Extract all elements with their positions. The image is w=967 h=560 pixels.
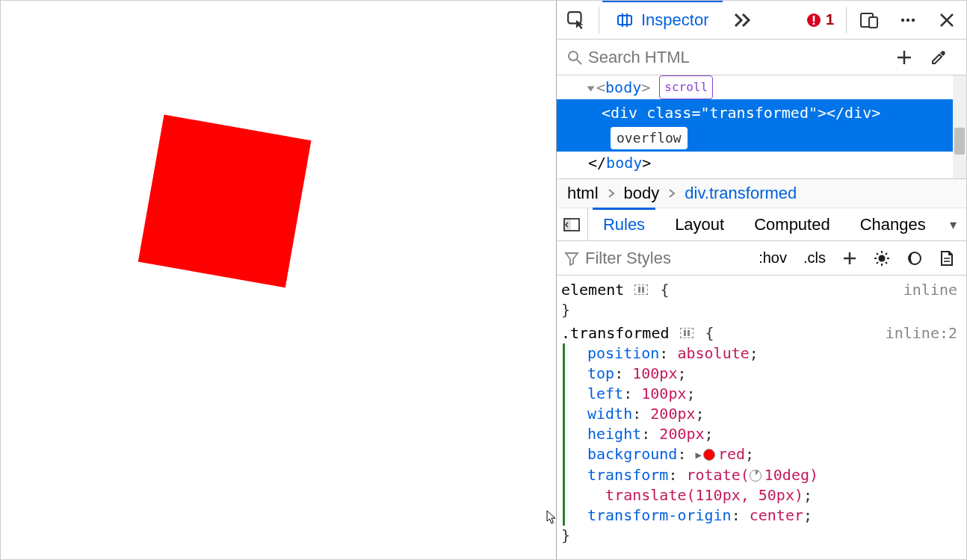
toggle-panel-icon xyxy=(563,218,580,231)
tab-rules[interactable]: Rules xyxy=(588,208,660,240)
rule-source[interactable]: inline:2 xyxy=(886,323,957,343)
add-rule-button[interactable] xyxy=(838,251,862,266)
error-count: 1 xyxy=(826,11,834,28)
add-node-button[interactable] xyxy=(896,49,926,66)
flex-highlight-icon[interactable] xyxy=(680,328,693,338)
devtools-panel: Inspector 1 Search HTML xyxy=(557,1,966,559)
rule-selector[interactable]: .transformed xyxy=(561,324,670,342)
filter-placeholder: Filter Styles xyxy=(585,249,671,268)
svg-rect-5 xyxy=(813,16,815,22)
svg-rect-8 xyxy=(869,17,877,28)
rule-close: } xyxy=(561,300,962,320)
sun-icon xyxy=(874,250,890,267)
separator xyxy=(599,7,599,34)
plus-icon xyxy=(896,49,912,66)
page-viewport xyxy=(1,1,557,559)
svg-line-13 xyxy=(577,60,581,64)
kebab-menu-button[interactable] xyxy=(889,1,927,39)
rules-pane[interactable]: inline element { } inline:2 .transformed… xyxy=(557,276,966,559)
markup-search-row: Search HTML xyxy=(557,40,966,75)
plus-icon xyxy=(842,251,857,266)
expand-shorthand-icon[interactable]: ▶ xyxy=(696,445,702,465)
breadcrumb-selected[interactable]: div.transformed xyxy=(685,184,797,203)
markup-selected-node[interactable]: <div class="transformed"></div> overflow xyxy=(557,99,966,152)
scroll-badge: scroll xyxy=(659,75,713,99)
toggle-sidebar-button[interactable] xyxy=(557,208,588,240)
breadcrumb: html body div.transformed xyxy=(557,178,966,208)
more-tools-button[interactable] xyxy=(723,1,761,39)
rule-transformed[interactable]: inline:2 .transformed { position: absolu… xyxy=(561,322,962,547)
chevron-right-icon xyxy=(668,188,676,199)
svg-line-22 xyxy=(886,262,887,264)
inspector-icon xyxy=(616,11,634,29)
inspector-tab[interactable]: Inspector xyxy=(602,1,723,39)
devices-icon xyxy=(859,11,879,29)
pick-element-button[interactable] xyxy=(557,1,596,39)
page-icon xyxy=(939,250,954,267)
decl-top[interactable]: top: 100px; xyxy=(587,364,962,384)
breadcrumb-body[interactable]: body xyxy=(624,184,660,203)
tabs-overflow-button[interactable]: ▾ xyxy=(941,217,966,233)
chevron-right-icon xyxy=(608,188,615,199)
tab-layout[interactable]: Layout xyxy=(660,208,739,240)
meatballs-icon xyxy=(899,11,917,29)
svg-line-23 xyxy=(886,253,887,255)
pick-element-icon xyxy=(566,10,586,30)
search-placeholder: Search HTML xyxy=(588,48,690,67)
eyedropper-icon xyxy=(930,49,947,66)
markup-style-node[interactable]: <style type="text/css"></style> xyxy=(557,174,966,178)
markup-scrollbar[interactable] xyxy=(953,75,966,178)
svg-point-12 xyxy=(569,52,578,60)
responsive-mode-button[interactable] xyxy=(850,1,889,39)
moon-icon xyxy=(906,250,923,267)
decl-position[interactable]: position: absolute; xyxy=(587,343,962,364)
markup-body-open[interactable]: <body> scroll xyxy=(557,75,966,99)
rule-element[interactable]: inline element { } xyxy=(561,279,962,322)
light-scheme-button[interactable] xyxy=(869,250,895,267)
breadcrumb-html[interactable]: html xyxy=(567,184,599,203)
overflow-badge: overflow xyxy=(611,127,688,149)
tab-changes[interactable]: Changes xyxy=(845,208,941,240)
tab-computed[interactable]: Computed xyxy=(739,208,845,240)
svg-rect-6 xyxy=(813,22,815,25)
cls-toggle[interactable]: .cls xyxy=(799,249,830,267)
demo-transformed-div xyxy=(138,114,312,287)
selected-node-html: <div class="transformed"></div> xyxy=(602,104,880,122)
scrollbar-thumb[interactable] xyxy=(954,128,965,155)
markup-tree[interactable]: <body> scroll <div class="transformed"><… xyxy=(557,75,966,178)
decl-height[interactable]: height: 200px; xyxy=(587,424,962,444)
rule-close: } xyxy=(561,526,962,546)
decl-transform-origin[interactable]: transform-origin: center; xyxy=(587,505,962,526)
svg-line-21 xyxy=(877,253,878,255)
decl-width[interactable]: width: 200px; xyxy=(587,404,962,424)
funnel-icon xyxy=(564,251,579,266)
filter-styles-input[interactable]: Filter Styles xyxy=(564,249,747,268)
inspector-tab-label: Inspector xyxy=(641,10,709,30)
rules-toolbar: Filter Styles :hov .cls xyxy=(557,241,966,276)
decl-transform[interactable]: transform: rotate(10deg) translate(110px… xyxy=(587,465,962,505)
error-icon xyxy=(806,13,821,28)
search-html-input[interactable]: Search HTML xyxy=(563,48,892,67)
print-sim-button[interactable] xyxy=(935,250,959,267)
decl-left[interactable]: left: 100px; xyxy=(587,384,962,404)
mouse-cursor-icon xyxy=(546,510,557,525)
svg-point-16 xyxy=(879,255,886,261)
decl-background[interactable]: background: ▶red; xyxy=(587,444,962,465)
flex-highlight-icon[interactable] xyxy=(634,284,648,295)
angle-swatch-icon[interactable] xyxy=(750,470,761,482)
hov-toggle[interactable]: :hov xyxy=(754,249,791,267)
svg-rect-1 xyxy=(618,16,631,25)
error-indicator[interactable]: 1 xyxy=(797,1,843,39)
rule-selector[interactable]: element xyxy=(561,281,624,299)
rule-source[interactable]: inline xyxy=(903,280,957,300)
rule-declarations: position: absolute; top: 100px; left: 10… xyxy=(563,343,962,526)
close-devtools-button[interactable] xyxy=(927,1,966,39)
color-swatch-icon[interactable] xyxy=(703,449,715,461)
dark-scheme-button[interactable] xyxy=(902,250,927,267)
twisty-icon[interactable] xyxy=(587,87,595,92)
svg-point-9 xyxy=(901,18,904,21)
markup-body-close[interactable]: </body> xyxy=(557,152,966,174)
eyedropper-button[interactable] xyxy=(930,49,960,66)
svg-point-10 xyxy=(906,18,909,21)
svg-rect-0 xyxy=(568,12,581,23)
